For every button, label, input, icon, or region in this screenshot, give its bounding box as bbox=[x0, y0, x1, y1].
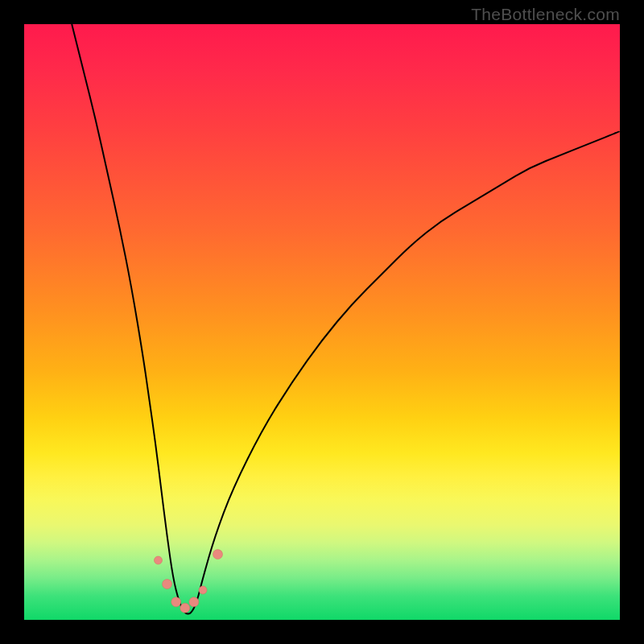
bottleneck-curve bbox=[72, 24, 620, 614]
curve-marker bbox=[189, 597, 199, 607]
chart-overlay bbox=[0, 0, 644, 644]
marker-group bbox=[155, 550, 223, 613]
chart-frame: TheBottleneck.com bbox=[0, 0, 644, 644]
curve-marker bbox=[155, 556, 163, 564]
curve-marker bbox=[163, 580, 172, 589]
curve-marker bbox=[213, 550, 223, 559]
curve-marker bbox=[199, 586, 207, 594]
curve-marker bbox=[180, 603, 190, 613]
curve-marker bbox=[171, 597, 181, 607]
